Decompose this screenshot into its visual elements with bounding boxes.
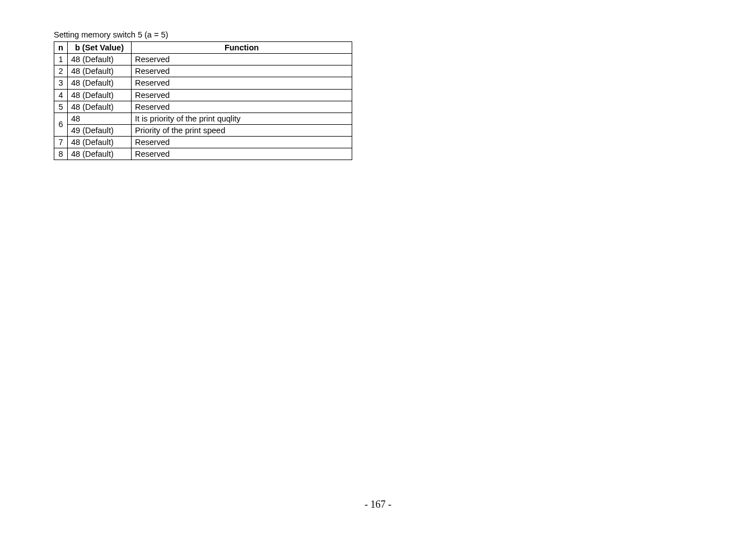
header-function: Function	[132, 42, 352, 54]
cell-function: Priority of the print speed	[132, 124, 352, 136]
cell-b: 48 (Default)	[68, 101, 132, 113]
cell-n: 5	[54, 101, 68, 113]
cell-function: Reserved	[132, 137, 352, 148]
cell-b: 48 (Default)	[68, 137, 132, 148]
table-row: 49 (Default) Priority of the print speed	[54, 124, 352, 136]
table-row: 8 48 (Default) Reserved	[54, 148, 352, 160]
cell-function: Reserved	[132, 101, 352, 113]
cell-function: Reserved	[132, 54, 352, 65]
cell-b: 48	[68, 113, 132, 124]
cell-n: 8	[54, 148, 68, 160]
content-area: Setting memory switch 5 (a = 5) n b (Set…	[54, 30, 352, 160]
cell-b: 48 (Default)	[68, 54, 132, 65]
table-row: 5 48 (Default) Reserved	[54, 101, 352, 113]
cell-n: 2	[54, 65, 68, 77]
table-header-row: n b (Set Value) Function	[54, 42, 352, 54]
table-row: 7 48 (Default) Reserved	[54, 137, 352, 148]
cell-b: 49 (Default)	[68, 124, 132, 136]
table-row: 6 48 It is priority of the print quqlity	[54, 113, 352, 124]
cell-function: Reserved	[132, 77, 352, 89]
cell-n: 1	[54, 54, 68, 65]
table-row: 1 48 (Default) Reserved	[54, 54, 352, 65]
document-page: Setting memory switch 5 (a = 5) n b (Set…	[0, 0, 756, 534]
cell-n: 4	[54, 89, 68, 101]
cell-b: 48 (Default)	[68, 77, 132, 89]
cell-n: 6	[54, 113, 68, 136]
cell-n: 3	[54, 77, 68, 89]
table-caption: Setting memory switch 5 (a = 5)	[54, 30, 352, 39]
cell-function: Reserved	[132, 65, 352, 77]
cell-b: 48 (Default)	[68, 89, 132, 101]
cell-function: It is priority of the print quqlity	[132, 113, 352, 124]
page-number: - 167 -	[0, 499, 756, 510]
cell-n: 7	[54, 137, 68, 148]
cell-b: 48 (Default)	[68, 148, 132, 160]
table-row: 4 48 (Default) Reserved	[54, 89, 352, 101]
cell-function: Reserved	[132, 89, 352, 101]
cell-function: Reserved	[132, 148, 352, 160]
table-row: 2 48 (Default) Reserved	[54, 65, 352, 77]
cell-b: 48 (Default)	[68, 65, 132, 77]
memory-switch-table: n b (Set Value) Function 1 48 (Default) …	[54, 41, 352, 160]
header-b: b (Set Value)	[68, 42, 132, 54]
table-row: 3 48 (Default) Reserved	[54, 77, 352, 89]
header-n: n	[54, 42, 68, 54]
